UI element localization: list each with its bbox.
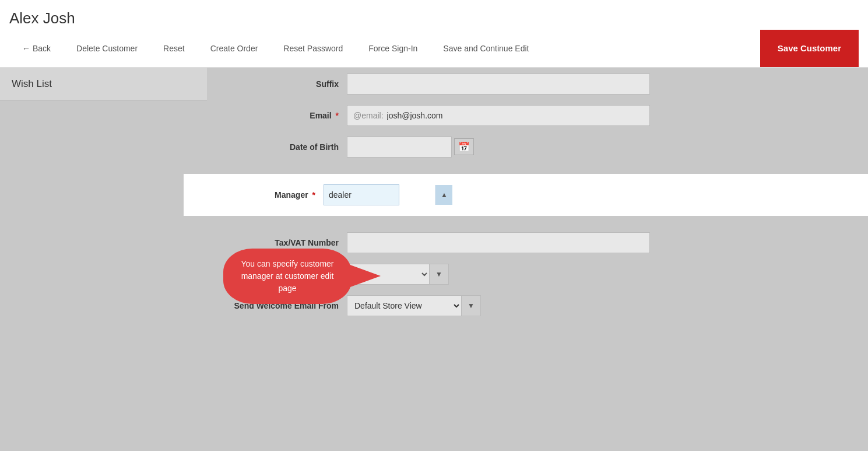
tax-label: Tax/VAT Number [230,238,347,247]
tooltip-bubble: You can specify customer manager at cust… [223,249,352,304]
save-continue-button[interactable]: Save and Continue Edit [430,35,542,62]
toolbar: ← Back Delete Customer Reset Create Orde… [9,30,859,67]
main-layout: Wish List You can specify customer manag… [0,68,868,443]
sidebar-item-wishlist[interactable]: Wish List [0,68,207,101]
suffix-input[interactable] [347,74,650,95]
suffix-label: Suffix [230,79,347,89]
email-input[interactable] [387,111,644,120]
sidebar: Wish List [0,68,207,443]
page-header: Alex Josh ← Back Delete Customer Reset C… [0,0,868,68]
create-order-button[interactable]: Create Order [198,35,271,62]
delete-customer-button[interactable]: Delete Customer [64,35,150,62]
reset-password-button[interactable]: Reset Password [270,35,356,62]
reset-button[interactable]: Reset [150,35,198,62]
force-signin-button[interactable]: Force Sign-In [356,35,430,62]
dob-row: Date of Birth 📅 [230,137,845,158]
dob-input[interactable] [352,142,454,152]
gender-arrow-icon[interactable]: ▼ [429,264,448,284]
email-label: Email * [230,111,347,120]
suffix-row: Suffix [230,74,845,95]
manager-input[interactable] [324,190,435,200]
manager-select-wrapper: ▲ [324,184,399,205]
dob-label: Date of Birth [230,142,347,152]
calendar-icon-button[interactable]: 📅 [454,138,474,155]
manager-required: * [312,190,315,200]
back-button[interactable]: ← Back [9,35,64,62]
welcome-email-arrow-icon[interactable]: ▼ [461,296,480,316]
manager-select-button[interactable]: ▲ [435,185,452,205]
page-title: Alex Josh [9,5,859,30]
save-customer-button[interactable]: Save Customer [760,30,859,67]
manager-row-container: Manager * ▲ [184,174,868,216]
form-section: Suffix Email * @email: Date of Birth [207,68,868,174]
email-required: * [336,111,339,120]
welcome-select-wrapper: Default Store View ▼ [347,295,481,316]
email-row: Email * @email: [230,105,845,126]
dob-input-wrapper: 📅 [347,137,452,158]
welcome-email-select[interactable]: Default Store View [347,300,461,311]
content-area: You can specify customer manager at cust… [207,68,868,443]
manager-row: Manager * ▲ [207,184,868,205]
tax-input[interactable] [347,232,650,253]
email-prefix: @email: [353,111,384,120]
manager-label: Manager * [207,190,324,200]
email-input-wrapper: @email: [347,105,650,126]
